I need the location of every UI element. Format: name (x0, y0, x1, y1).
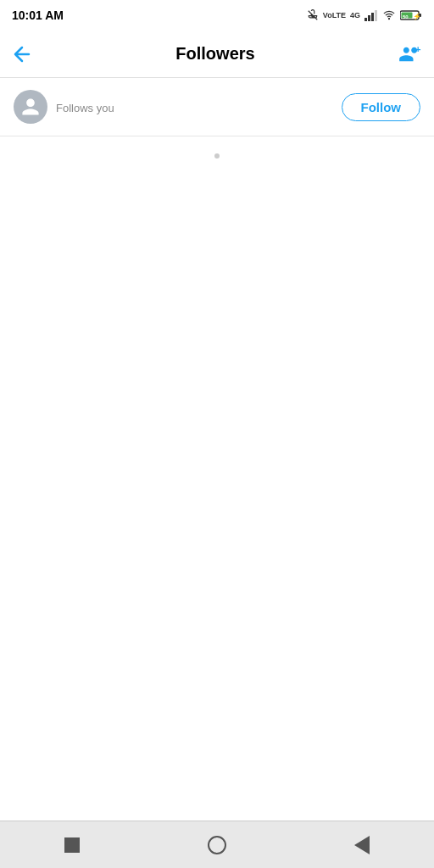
mute-icon (307, 9, 319, 21)
follower-item: Follows you Follow (0, 78, 434, 136)
avatar (14, 90, 47, 124)
status-bar: 10:01 AM VoLTE 4G 50 (0, 0, 434, 31)
recent-apps-button[interactable] (57, 830, 87, 860)
back-button[interactable] (12, 44, 32, 64)
page-title: Followers (175, 44, 254, 64)
battery-icon: 50 ⚡ (400, 9, 422, 21)
loading-indicator (0, 136, 434, 175)
loading-dot (214, 153, 220, 159)
volte-icon: VoLTE (323, 11, 346, 19)
svg-text:⚡: ⚡ (413, 12, 421, 20)
home-button[interactable] (202, 830, 232, 860)
signal-icon (364, 9, 378, 21)
circle-icon (208, 836, 226, 854)
add-user-button[interactable]: + (398, 42, 422, 66)
bottom-nav-bar (0, 821, 434, 868)
svg-rect-1 (368, 15, 370, 21)
status-time: 10:01 AM (12, 8, 64, 22)
svg-text:+: + (415, 42, 421, 53)
svg-rect-2 (371, 13, 374, 21)
svg-rect-3 (375, 10, 377, 21)
svg-rect-0 (364, 18, 367, 21)
nav-bar: Followers + (0, 31, 434, 78)
svg-point-4 (388, 19, 389, 19)
follower-info: Follows you (56, 100, 342, 114)
svg-text:50: 50 (403, 14, 409, 19)
main-content: Follows you Follow (0, 78, 434, 821)
4g-icon: 4G (350, 11, 360, 19)
follow-button[interactable]: Follow (342, 93, 421, 121)
square-icon (64, 837, 80, 853)
triangle-icon (354, 836, 370, 854)
back-nav-button[interactable] (347, 830, 377, 860)
status-icons: VoLTE 4G 50 ⚡ (307, 9, 422, 21)
wifi-icon (382, 9, 396, 21)
follows-you-label: Follows you (56, 102, 342, 114)
